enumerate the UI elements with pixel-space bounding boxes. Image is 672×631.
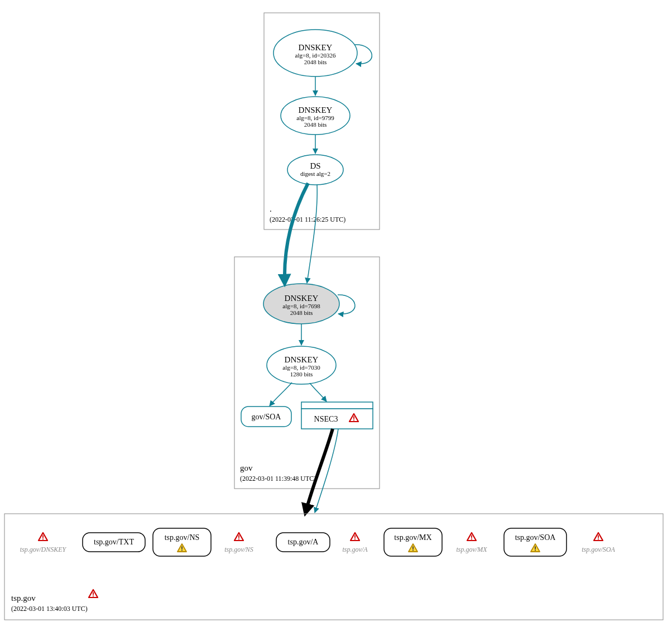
svg-rect-15	[4, 514, 663, 620]
edge-gov-ksk-self	[338, 295, 355, 314]
rr-label: tsp.gov/TXT	[94, 538, 134, 546]
gov-zone-ts: (2022-03-01 11:39:48 UTC)	[240, 475, 316, 482]
error-icon	[467, 533, 476, 541]
rr-label: tsp.gov/SOA	[515, 533, 556, 542]
svg-rect-13	[301, 402, 373, 409]
node-root-ds: DS digest alg=2	[287, 155, 343, 185]
root-zone-name: .	[270, 204, 272, 213]
root-ksk-alg: alg=8, id=20326	[295, 52, 336, 59]
rr-label: tsp.gov/NS	[165, 533, 200, 542]
error-icon	[594, 533, 603, 541]
gov-zsk-bits: 1280 bits	[290, 371, 313, 377]
node-gov-zsk: DNSKEY alg=8, id=7030 1280 bits	[267, 346, 336, 384]
gov-ksk-bits: 2048 bits	[290, 309, 313, 316]
gov-ksk-alg: alg=8, id=7698	[282, 303, 320, 309]
ghost-rr-label: tsp.gov/NS	[224, 546, 253, 553]
root-ksk-bits: 2048 bits	[304, 59, 327, 65]
gov-zone-name: gov	[240, 463, 253, 472]
node-gov-ksk: DNSKEY alg=8, id=7698 2048 bits	[263, 284, 339, 324]
error-icon	[39, 533, 47, 541]
root-ksk-title: DNSKEY	[299, 43, 333, 52]
node-gov-nsec3: NSEC3	[301, 402, 373, 429]
root-ds-alg: digest alg=2	[300, 170, 330, 177]
gov-zsk-title: DNSKEY	[285, 355, 319, 364]
rr-label: tsp.gov/A	[288, 538, 319, 546]
error-icon	[234, 533, 243, 541]
node-root-zsk: DNSKEY alg=8, id=9799 2048 bits	[281, 97, 350, 135]
edge-root-ds-to-gov-ksk	[307, 185, 317, 283]
node-root-ksk: DNSKEY alg=8, id=20326 2048 bits	[273, 30, 357, 77]
root-zone-ts: (2022-03-01 11:26:25 UTC)	[270, 216, 345, 223]
root-zsk-bits: 2048 bits	[304, 121, 327, 128]
root-zsk-alg: alg=8, id=9799	[296, 114, 334, 121]
ghost-rr-label: tsp.gov/DNSKEY	[20, 546, 67, 553]
zone-gov: DNSKEY alg=8, id=7698 2048 bits DNSKEY a…	[234, 183, 380, 489]
error-icon	[89, 590, 98, 597]
rr-label: tsp.gov/MX	[394, 533, 431, 542]
zone-root: DNSKEY alg=8, id=20326 2048 bits DNSKEY …	[264, 13, 380, 230]
tsp-zone-name: tsp.gov	[11, 594, 36, 603]
node-gov-soa: gov/SOA	[241, 407, 291, 427]
ghost-rr-label: tsp.gov/MX	[457, 546, 488, 553]
edge-gov-zsk-nsec3	[310, 383, 327, 401]
gov-ksk-title: DNSKEY	[285, 294, 319, 303]
ghost-rr-label: tsp.gov/A	[343, 546, 368, 553]
tsp-zone-ts: (2022-03-01 13:40:03 UTC)	[11, 605, 88, 613]
root-ds-title: DS	[310, 161, 320, 170]
root-zsk-title: DNSKEY	[299, 106, 333, 114]
gov-nsec3-label: NSEC3	[314, 415, 338, 423]
edge-root-to-gov-thick	[285, 183, 308, 282]
gov-zsk-alg: alg=8, id=7030	[282, 364, 320, 371]
ghost-rr-label: tsp.gov/SOA	[582, 546, 615, 553]
edge-gov-zsk-soa	[270, 383, 292, 406]
error-icon	[351, 533, 359, 541]
gov-soa-label: gov/SOA	[252, 413, 282, 421]
zone-tsp: tsp.gov/DNSKEYtsp.gov/TXTtsp.gov/NStsp.g…	[4, 514, 663, 620]
